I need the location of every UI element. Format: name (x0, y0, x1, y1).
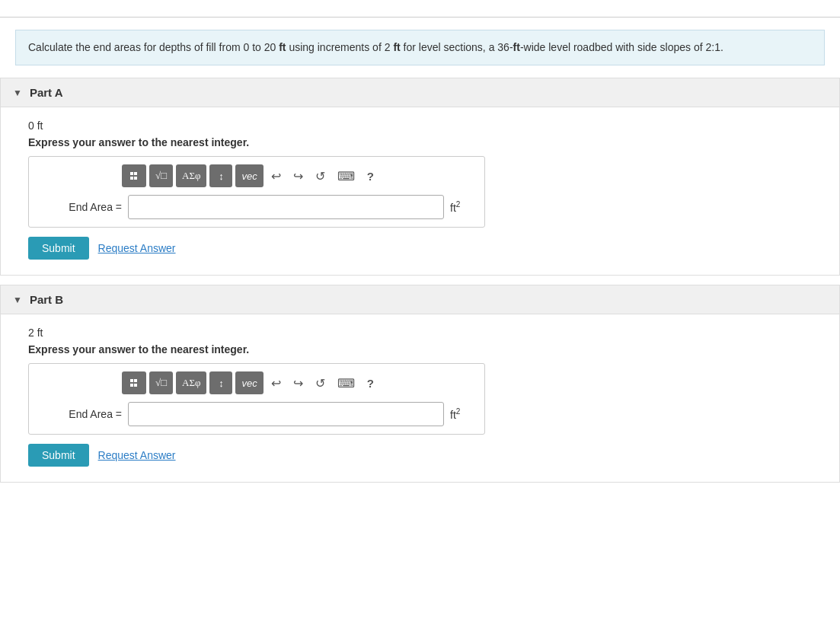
submit-btn-part-b[interactable]: Submit (28, 444, 89, 467)
help-btn-part-b[interactable]: ? (363, 374, 378, 393)
undo-btn-part-a[interactable]: ↩ (267, 166, 286, 186)
end-area-label-part-b: End Area = (38, 408, 122, 420)
vec-btn-part-a[interactable]: vec (235, 164, 263, 187)
part-label-part-a: Part A (30, 86, 63, 99)
answer-input-part-b[interactable] (128, 402, 444, 426)
vec-btn-part-b[interactable]: vec (235, 371, 263, 394)
math-box-part-a: √□ ΑΣφ ↕ vec ↩ ↪ ↺ ⌨ ? (28, 156, 485, 228)
help-btn-part-a[interactable]: ? (363, 167, 378, 186)
depth-label-part-a: 0 ft (28, 120, 821, 132)
matrix-btn-part-b[interactable] (122, 371, 146, 394)
sqrt-btn-part-a[interactable]: √□ (149, 164, 173, 187)
updown-btn-part-b[interactable]: ↕ (209, 371, 232, 394)
answer-input-part-a[interactable] (128, 195, 444, 219)
action-row-part-a: Submit Request Answer (28, 237, 821, 260)
page-header (0, 0, 840, 18)
part-label-part-b: Part B (30, 293, 63, 306)
toolbar-part-a: √□ ΑΣφ ↕ vec ↩ ↪ ↺ ⌨ ? (38, 164, 475, 187)
part-header-part-a[interactable]: ▼ Part A (1, 78, 839, 107)
part-section-part-a: ▼ Part A 0 ft Express your answer to the… (0, 78, 840, 276)
redo-btn-part-a[interactable]: ↪ (289, 166, 308, 186)
collapse-arrow-part-a: ▼ (13, 88, 22, 98)
toolbar-part-b: √□ ΑΣφ ↕ vec ↩ ↪ ↺ ⌨ ? (38, 371, 475, 394)
parts-container: ▼ Part A 0 ft Express your answer to the… (0, 78, 840, 483)
unit-label-part-b: ft2 (450, 407, 460, 421)
sigma-btn-part-b[interactable]: ΑΣφ (176, 371, 206, 394)
part-header-part-b[interactable]: ▼ Part B (1, 285, 839, 314)
refresh-btn-part-a[interactable]: ↺ (311, 166, 330, 186)
keyboard-btn-part-a[interactable]: ⌨ (333, 166, 359, 186)
end-area-label-part-a: End Area = (38, 201, 122, 213)
instruction-part-a: Express your answer to the nearest integ… (28, 136, 821, 148)
part-content-part-b: 2 ft Express your answer to the nearest … (1, 314, 839, 482)
problem-description: Calculate the end areas for depths of fi… (15, 30, 825, 65)
submit-btn-part-a[interactable]: Submit (28, 237, 89, 260)
sigma-btn-part-a[interactable]: ΑΣφ (176, 164, 206, 187)
redo-btn-part-b[interactable]: ↪ (289, 373, 308, 394)
action-row-part-b: Submit Request Answer (28, 444, 821, 467)
refresh-btn-part-b[interactable]: ↺ (311, 373, 330, 394)
request-answer-btn-part-b[interactable]: Request Answer (98, 449, 176, 461)
updown-btn-part-a[interactable]: ↕ (209, 164, 232, 187)
instruction-part-b: Express your answer to the nearest integ… (28, 343, 821, 355)
undo-btn-part-b[interactable]: ↩ (267, 373, 286, 394)
keyboard-btn-part-b[interactable]: ⌨ (333, 373, 359, 394)
matrix-btn-part-a[interactable] (122, 164, 146, 187)
answer-row-part-b: End Area = ft2 (38, 402, 475, 426)
answer-row-part-a: End Area = ft2 (38, 195, 475, 219)
part-content-part-a: 0 ft Express your answer to the nearest … (1, 107, 839, 275)
request-answer-btn-part-a[interactable]: Request Answer (98, 242, 176, 254)
sqrt-btn-part-b[interactable]: √□ (149, 371, 173, 394)
unit-label-part-a: ft2 (450, 200, 460, 214)
math-box-part-b: √□ ΑΣφ ↕ vec ↩ ↪ ↺ ⌨ ? (28, 363, 485, 435)
collapse-arrow-part-b: ▼ (13, 295, 22, 305)
part-section-part-b: ▼ Part B 2 ft Express your answer to the… (0, 285, 840, 483)
depth-label-part-b: 2 ft (28, 327, 821, 339)
